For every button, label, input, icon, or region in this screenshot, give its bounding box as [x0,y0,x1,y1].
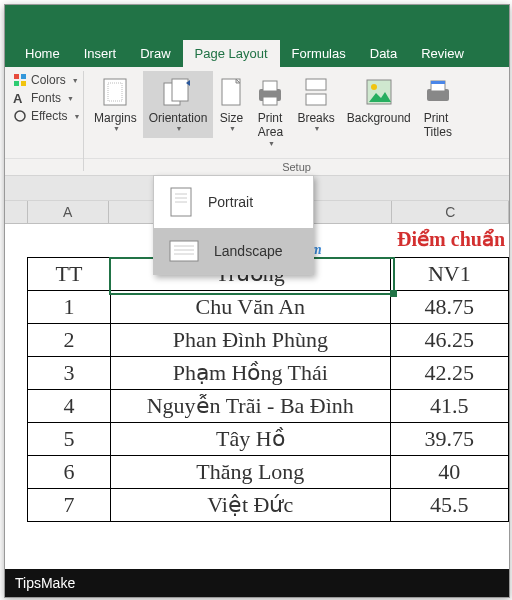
orientation-button[interactable]: Orientation▼ [143,71,214,138]
app-window: Home Insert Draw Page Layout Formulas Da… [4,4,510,598]
tab-home[interactable]: Home [13,40,72,67]
ribbon-tabs: Home Insert Draw Page Layout Formulas Da… [5,37,509,67]
tab-review[interactable]: Review [409,40,476,67]
menu-portrait-label: Portrait [208,194,253,210]
tab-data[interactable]: Data [358,40,409,67]
table-row[interactable]: 7Việt Đức45.5 [28,489,509,522]
effects-dropdown[interactable]: Effects▼ [13,109,80,123]
print-area-label: Print Area [258,111,283,140]
print-area-icon [255,77,285,107]
table-row[interactable]: 3Phạm Hồng Thái42.25 [28,357,509,390]
svg-rect-13 [263,97,277,105]
ribbon: Colors▼ AFonts▼ Effects▼ Margins▼ Orient… [5,67,509,176]
footer-bar: TipsMake [5,569,509,597]
table-row[interactable]: 4Nguyễn Trãi - Ba Đình41.5 [28,390,509,423]
print-titles-icon [423,77,453,107]
fonts-dropdown[interactable]: AFonts▼ [13,91,80,105]
tab-draw[interactable]: Draw [128,40,182,67]
tab-formulas[interactable]: Formulas [280,40,358,67]
print-titles-button[interactable]: Print Titles [417,71,459,144]
svg-rect-3 [21,81,26,86]
portrait-icon [168,186,194,218]
svg-rect-2 [14,81,19,86]
menu-portrait[interactable]: Portrait [154,176,313,228]
svg-rect-14 [306,79,326,90]
table-row[interactable]: 2Phan Đình Phùng46.25 [28,324,509,357]
col-c[interactable]: C [392,201,509,223]
svg-point-5 [15,111,25,121]
svg-point-17 [371,84,377,90]
size-icon [219,77,243,107]
tab-insert[interactable]: Insert [72,40,129,67]
svg-rect-12 [263,81,277,91]
margins-icon [102,77,128,107]
background-icon [365,78,393,106]
size-button[interactable]: Size▼ [213,71,249,138]
effects-icon [13,109,27,123]
menu-landscape[interactable]: Landscape [154,228,313,274]
svg-rect-20 [431,81,445,84]
table-row[interactable]: 6Thăng Long40 [28,456,509,489]
svg-rect-25 [170,241,198,261]
orientation-menu: Portrait Landscape [153,175,314,275]
print-area-button[interactable]: Print Area▼ [249,71,291,152]
menu-landscape-label: Landscape [214,243,283,259]
breaks-button[interactable]: Breaks▼ [291,71,340,138]
red-header: Điểm chuẩn [397,227,505,251]
table-row[interactable]: 5Tây Hồ39.75 [28,423,509,456]
svg-rect-1 [21,74,26,79]
data-table: TTTrườngNV1 1Chu Văn An48.75 2Phan Đình … [27,257,509,522]
svg-rect-15 [306,94,326,105]
svg-rect-0 [14,74,19,79]
group-page-setup: Setup [84,158,509,175]
svg-text:A: A [13,91,23,105]
breaks-icon [303,77,329,107]
table-row[interactable]: 1Chu Văn An48.75 [28,291,509,324]
colors-dropdown[interactable]: Colors▼ [13,73,80,87]
margins-button[interactable]: Margins▼ [88,71,143,138]
landscape-icon [168,238,200,264]
title-bar [5,5,509,37]
colors-icon [13,73,27,87]
fonts-icon: A [13,91,27,105]
orientation-icon [162,77,194,107]
svg-rect-9 [172,79,188,101]
tab-page-layout[interactable]: Page Layout [183,40,280,67]
col-a[interactable]: A [28,201,109,223]
background-button[interactable]: Background [341,71,417,129]
